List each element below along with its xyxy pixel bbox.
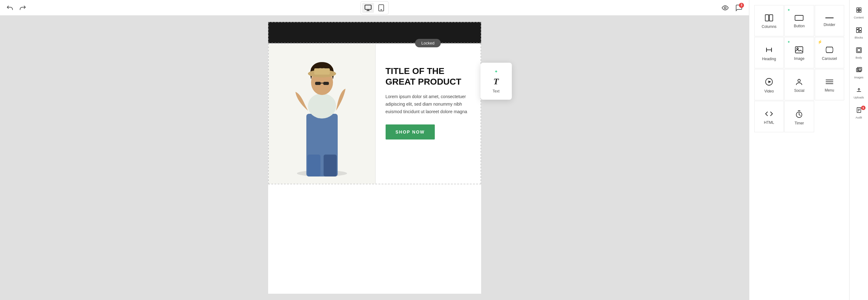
uploads-icon [856,87,862,95]
images-icon [856,67,862,74]
components-panel: Columns Button Divider Heading Image Car… [749,0,849,300]
divider-label: Divider [824,23,835,27]
menu-icon [826,79,834,85]
canvas-container: Locked TITLE OF THEGREAT PRODUCT Lorem i… [0,16,749,300]
social-label: Social [794,88,804,93]
component-item-video[interactable]: Video [754,69,784,100]
top-toolbar: 3 [0,0,749,16]
svg-rect-17 [795,16,803,20]
audit-label: Audit [856,116,862,119]
svg-point-20 [797,48,799,50]
canvas-product-section: Locked TITLE OF THEGREAT PRODUCT Lorem i… [268,43,481,184]
canvas: Locked TITLE OF THEGREAT PRODUCT Lorem i… [268,22,481,294]
sidebar-item-audit[interactable]: 5 Audit [849,104,868,123]
component-grid: Columns Button Divider Heading Image Car… [754,5,844,132]
carousel-label: Carousel [822,56,837,61]
svg-rect-8 [315,82,321,85]
comments-badge: 3 [739,3,744,8]
component-item-button[interactable]: Button [784,5,814,36]
blocks-label: Blocks [855,36,863,39]
social-icon [795,78,803,85]
sidebar-item-body[interactable]: Body [849,44,868,63]
desktop-view-button[interactable] [362,3,374,13]
tablet-view-button[interactable] [375,3,387,13]
svg-rect-23 [833,48,834,52]
comments-button[interactable]: 3 [734,3,744,13]
component-item-carousel[interactable]: Carousel [815,37,844,68]
component-item-menu[interactable]: Menu [815,69,844,100]
component-item-image[interactable]: Image [784,37,814,68]
svg-point-6 [308,93,336,119]
floating-text-label: Text [492,89,499,93]
svg-point-2 [381,9,381,10]
shop-now-button[interactable]: SHOP NOW [385,124,435,140]
preview-button[interactable] [720,3,730,13]
component-item-html[interactable]: HTML [754,101,784,132]
product-person-image [278,48,366,180]
svg-rect-33 [859,28,861,30]
video-label: Video [764,89,774,93]
html-label: HTML [764,120,774,125]
svg-rect-22 [826,48,826,52]
svg-rect-13 [307,154,320,177]
product-description: Lorem ipsum dolor sit amet, consectetuer… [385,93,470,115]
component-item-social[interactable]: Social [784,69,814,100]
right-panel: Columns Button Divider Heading Image Car… [749,0,868,300]
svg-point-3 [724,7,726,9]
svg-rect-19 [795,47,803,53]
timer-label: Timer [795,121,804,125]
component-item-timer[interactable]: Timer [784,101,814,132]
svg-rect-9 [323,82,329,85]
svg-rect-34 [859,31,861,33]
carousel-icon [825,47,834,53]
text-type-icon: T [493,77,499,87]
product-title: TITLE OF THEGREAT PRODUCT [385,66,470,87]
sidebar-item-blocks[interactable]: Blocks [849,24,868,42]
columns-icon [765,14,773,21]
component-item-heading[interactable]: Heading [754,37,784,68]
floating-sparkle-icon: ✦ [494,69,498,74]
button-icon [795,15,803,21]
body-icon [856,47,862,55]
svg-marker-25 [768,81,771,83]
heading-label: Heading [762,57,776,61]
timer-icon [795,110,803,118]
sidebar-icons: Content Blocks Body [849,0,868,300]
product-content: Locked TITLE OF THEGREAT PRODUCT Lorem i… [375,44,480,184]
redo-button[interactable] [18,3,28,13]
audit-badge: 5 [861,106,866,110]
svg-rect-15 [765,15,769,21]
content-label: Content [854,16,864,20]
svg-point-39 [858,69,859,70]
divider-icon [825,16,834,20]
svg-rect-12 [314,68,330,74]
uploads-label: Uploads [854,96,864,99]
svg-rect-0 [365,5,371,9]
floating-text-element: ✦ T Text [480,63,512,100]
html-icon [765,110,773,117]
content-icon [856,7,862,15]
blocks-icon [856,27,862,35]
svg-rect-21 [826,47,833,53]
svg-rect-32 [857,30,859,33]
svg-rect-31 [857,28,859,29]
image-label: Image [794,56,804,61]
product-image-area [269,44,375,184]
svg-point-26 [798,79,800,82]
toolbar-left [5,3,28,13]
component-item-columns[interactable]: Columns [754,5,784,36]
svg-rect-14 [323,154,337,177]
svg-rect-16 [769,15,773,21]
menu-label: Menu [825,88,834,92]
locked-badge: Locked [415,39,441,47]
svg-rect-36 [857,49,861,52]
sidebar-item-uploads[interactable]: Uploads [849,84,868,102]
component-item-divider[interactable]: Divider [815,5,844,36]
undo-button[interactable] [5,3,15,13]
images-label: Images [854,76,864,79]
heading-icon [765,46,773,54]
columns-label: Columns [762,25,776,29]
video-icon [765,78,773,86]
sidebar-item-images[interactable]: Images [849,64,868,83]
sidebar-item-content[interactable]: Content [849,4,868,23]
